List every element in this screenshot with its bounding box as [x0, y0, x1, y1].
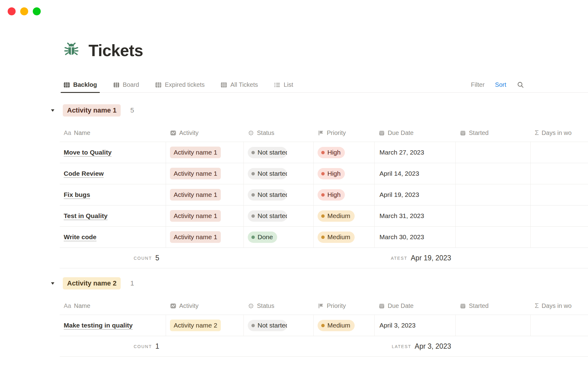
column-header-due-date[interactable]: Due Date	[375, 124, 456, 142]
name-cell[interactable]: Code Review	[60, 163, 166, 184]
zoom-window-button[interactable]	[33, 7, 41, 15]
latest-aggregate[interactable]: ATEST Apr 19, 2023	[375, 248, 456, 268]
priority-pill[interactable]: Medium	[318, 320, 355, 331]
priority-cell[interactable]: Medium	[314, 205, 375, 226]
priority-pill[interactable]: High	[318, 147, 345, 158]
activity-tag[interactable]: Activity name 1	[170, 210, 221, 222]
status-pill[interactable]: Not started	[248, 210, 287, 222]
activity-tag[interactable]: Activity name 1	[170, 168, 221, 179]
days-in-work-cell[interactable]	[531, 315, 588, 336]
bug-icon[interactable]	[63, 42, 80, 59]
column-header-status[interactable]: Status	[244, 124, 314, 142]
name-cell[interactable]: Write code	[60, 227, 166, 247]
column-header-priority[interactable]: Priority	[314, 124, 375, 142]
started-cell[interactable]	[456, 163, 531, 184]
activity-tag[interactable]: Activity name 2	[170, 320, 221, 331]
status-pill[interactable]: Not started	[248, 168, 287, 179]
due-date-cell[interactable]: April 3, 2023	[375, 315, 456, 336]
name-cell[interactable]: Test in Quality	[60, 205, 166, 226]
priority-pill[interactable]: Medium	[318, 210, 355, 222]
priority-pill[interactable]: Medium	[318, 232, 355, 243]
ticket-name-link[interactable]: Test in Quality	[64, 212, 107, 220]
due-date-cell[interactable]: April 14, 2023	[375, 163, 456, 184]
started-cell[interactable]	[456, 205, 531, 226]
due-date-cell[interactable]: March 31, 2023	[375, 205, 456, 226]
status-cell[interactable]: Not started	[244, 205, 314, 226]
status-cell[interactable]: Not started	[244, 142, 314, 163]
column-header-due-date[interactable]: Due Date	[375, 297, 456, 315]
priority-cell[interactable]: High	[314, 163, 375, 184]
latest-aggregate[interactable]: LATEST Apr 3, 2023	[375, 336, 456, 356]
column-header-days-in-work[interactable]: ΣDays in wo	[531, 297, 588, 315]
due-date-cell[interactable]: April 19, 2023	[375, 184, 456, 205]
tab-board[interactable]: Board	[110, 77, 142, 92]
status-cell[interactable]: Not started	[244, 184, 314, 205]
count-aggregate[interactable]: COUNT 5	[60, 248, 166, 268]
activity-cell[interactable]: Activity name 1	[166, 142, 244, 163]
group-toggle-icon[interactable]	[49, 279, 57, 287]
status-cell[interactable]: Done	[244, 227, 314, 247]
priority-pill[interactable]: High	[318, 189, 345, 201]
days-in-work-cell[interactable]	[531, 227, 588, 247]
started-cell[interactable]	[456, 315, 531, 336]
due-date-cell[interactable]: March 27, 2023	[375, 142, 456, 163]
name-cell[interactable]: Make testing in quality	[60, 315, 166, 336]
ticket-name-link[interactable]: Fix bugs	[64, 191, 90, 198]
tab-backlog[interactable]: Backlog	[60, 77, 100, 92]
priority-cell[interactable]: High	[314, 184, 375, 205]
activity-tag[interactable]: Activity name 1	[170, 147, 221, 158]
tab-expired-tickets[interactable]: Expired tickets	[152, 77, 208, 92]
column-header-days-in-work[interactable]: ΣDays in wo	[531, 124, 588, 142]
column-header-status[interactable]: Status	[244, 297, 314, 315]
name-cell[interactable]: Fix bugs	[60, 184, 166, 205]
days-in-work-cell[interactable]	[531, 205, 588, 226]
status-pill[interactable]: Not started	[248, 189, 287, 201]
status-pill[interactable]: Not started	[248, 320, 287, 331]
priority-cell[interactable]: Medium	[314, 227, 375, 247]
ticket-name-link[interactable]: Code Review	[64, 170, 104, 177]
column-header-activity[interactable]: Activity	[166, 297, 244, 315]
column-header-name[interactable]: AaName	[60, 124, 166, 142]
activity-cell[interactable]: Activity name 1	[166, 163, 244, 184]
activity-cell[interactable]: Activity name 1	[166, 205, 244, 226]
ticket-name-link[interactable]: Write code	[64, 233, 96, 241]
search-icon[interactable]	[517, 81, 524, 89]
minimize-window-button[interactable]	[20, 7, 28, 15]
activity-cell[interactable]: Activity name 1	[166, 227, 244, 247]
column-header-priority[interactable]: Priority	[314, 297, 375, 315]
priority-pill[interactable]: High	[318, 168, 345, 179]
status-pill[interactable]: Done	[248, 232, 277, 243]
column-header-started[interactable]: Started	[456, 297, 531, 315]
activity-cell[interactable]: Activity name 2	[166, 315, 244, 336]
due-date-cell[interactable]: March 30, 2023	[375, 227, 456, 247]
started-cell[interactable]	[456, 227, 531, 247]
days-in-work-cell[interactable]	[531, 142, 588, 163]
days-in-work-cell[interactable]	[531, 163, 588, 184]
activity-tag[interactable]: Activity name 1	[170, 189, 221, 201]
days-in-work-cell[interactable]	[531, 184, 588, 205]
started-cell[interactable]	[456, 142, 531, 163]
activity-tag[interactable]: Activity name 1	[170, 231, 221, 243]
status-cell[interactable]: Not started	[244, 163, 314, 184]
status-cell[interactable]: Not started	[244, 315, 314, 336]
column-header-started[interactable]: Started	[456, 124, 531, 142]
page-title[interactable]: Tickets	[89, 41, 143, 60]
column-header-name[interactable]: AaName	[60, 297, 166, 315]
activity-cell[interactable]: Activity name 1	[166, 184, 244, 205]
close-window-button[interactable]	[8, 7, 16, 15]
group-toggle-icon[interactable]	[49, 106, 57, 114]
ticket-name-link[interactable]: Move to Quality	[64, 149, 111, 156]
name-cell[interactable]: Move to Quality	[60, 142, 166, 163]
priority-cell[interactable]: High	[314, 142, 375, 163]
ticket-name-link[interactable]: Make testing in quality	[64, 322, 133, 329]
status-pill[interactable]: Not started	[248, 147, 287, 158]
filter-button[interactable]: Filter	[471, 81, 484, 88]
group-tag[interactable]: Activity name 1	[63, 104, 121, 117]
started-cell[interactable]	[456, 184, 531, 205]
group-tag[interactable]: Activity name 2	[63, 277, 121, 289]
column-header-activity[interactable]: Activity	[166, 124, 244, 142]
tab-list[interactable]: List	[270, 77, 296, 92]
tab-all-tickets[interactable]: All Tickets	[217, 77, 261, 92]
count-aggregate[interactable]: COUNT 1	[60, 336, 166, 356]
priority-cell[interactable]: Medium	[314, 315, 375, 336]
